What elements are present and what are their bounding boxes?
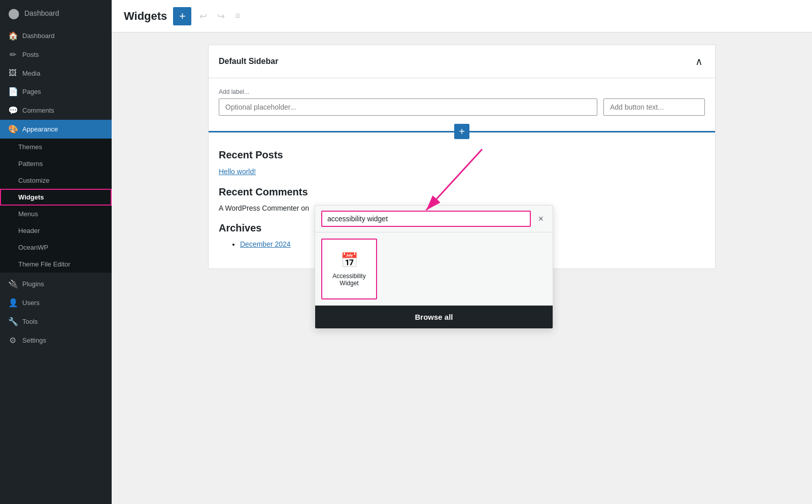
sidebar-label-dashboard: Dashboard [22, 32, 55, 40]
main-area: Widgets + ↩ ↪ ≡ Default Sidebar ∧ Add la… [112, 0, 812, 504]
add-block-divider: + [209, 124, 715, 139]
divider-line-right [469, 131, 715, 132]
sidebar-label-plugins: Plugins [22, 280, 44, 288]
dashboard-icon: 🏠 [8, 31, 17, 41]
sidebar-label-media: Media [22, 70, 40, 77]
accessibility-widget-card[interactable]: 📅 Accessibility Widget [321, 239, 377, 299]
add-block-button[interactable]: + [454, 124, 469, 139]
recent-posts-link[interactable]: Hello world! [219, 167, 256, 176]
label-text: Add label... [219, 88, 705, 95]
sidebar-item-comments[interactable]: 💬 Comments [0, 101, 112, 120]
settings-icon: ⚙ [8, 335, 17, 345]
sidebar-label-menus: Menus [18, 210, 38, 218]
sidebar-item-widgets[interactable]: Widgets [0, 189, 112, 206]
sidebar-item-themes[interactable]: Themes [0, 139, 112, 155]
users-icon: 👤 [8, 298, 17, 308]
plugins-icon: 🔌 [8, 279, 17, 289]
panel-header: Default Sidebar ∧ [209, 45, 715, 78]
recent-posts-section: Recent Posts Hello world! [219, 149, 705, 176]
comments-icon: 💬 [8, 106, 17, 115]
undo-icon: ↩ [199, 11, 207, 21]
sidebar-label-tools: Tools [22, 318, 38, 325]
placeholder-input[interactable] [219, 98, 597, 116]
appearance-icon: 🎨 [8, 124, 17, 134]
button-text-input[interactable] [603, 98, 705, 116]
sidebar-label-theme-file-editor: Theme File Editor [18, 260, 71, 268]
divider-line-left [209, 131, 454, 132]
tools-icon: 🔧 [8, 317, 17, 326]
sidebar-label-users: Users [22, 299, 40, 307]
recent-posts-heading: Recent Posts [219, 149, 705, 161]
sidebar-item-pages[interactable]: 📄 Pages [0, 82, 112, 101]
sidebar-item-media[interactable]: 🖼 Media [0, 64, 112, 82]
sidebar-label-header: Header [18, 227, 40, 234]
sidebar-item-header[interactable]: Header [0, 222, 112, 239]
page-title: Widgets [124, 10, 167, 23]
add-widget-button[interactable]: + [173, 7, 191, 25]
topbar: Widgets + ↩ ↪ ≡ [112, 0, 812, 32]
media-icon: 🖼 [8, 69, 17, 78]
sidebar-item-posts[interactable]: ✏ Posts [0, 45, 112, 64]
dropdown-results: 📅 Accessibility Widget [315, 232, 553, 306]
redo-button[interactable]: ↪ [215, 9, 227, 24]
pages-icon: 📄 [8, 87, 17, 96]
sidebar-label-settings: Settings [22, 337, 46, 344]
sidebar-item-plugins[interactable]: 🔌 Plugins [0, 275, 112, 293]
menu-icon: ≡ [235, 11, 241, 21]
appearance-submenu: Themes Patterns Customize Widgets Menus … [0, 139, 112, 273]
posts-icon: ✏ [8, 50, 17, 59]
sidebar-label-customize: Customize [18, 177, 49, 184]
options-menu-button[interactable]: ≡ [233, 9, 243, 23]
collapse-panel-button[interactable]: ∧ [693, 53, 705, 70]
browse-all-label: Browse all [415, 313, 453, 321]
dropdown-close-button[interactable]: × [535, 213, 547, 225]
content-area: Default Sidebar ∧ Add label... + [112, 32, 812, 504]
accessibility-widget-icon: 📅 [341, 252, 358, 268]
sidebar-item-appearance[interactable]: 🎨 Appearance [0, 120, 112, 139]
redo-icon: ↪ [217, 11, 225, 21]
sidebar-label-comments: Comments [22, 107, 54, 114]
sidebar-label-posts: Posts [22, 51, 39, 58]
sidebar-label-themes: Themes [18, 143, 42, 151]
sidebar-item-menus[interactable]: Menus [0, 206, 112, 222]
sidebar-label-oceanwp: OceanWP [18, 244, 48, 251]
widget-search-input[interactable] [321, 211, 531, 227]
widget-search-dropdown: × 📅 Accessibility Widget Browse all [315, 205, 553, 329]
search-row [219, 98, 705, 116]
sidebar-label-patterns: Patterns [18, 160, 43, 167]
sidebar-item-theme-file-editor[interactable]: Theme File Editor [0, 256, 112, 273]
sidebar: ⬤ Dashboard 🏠 Dashboard ✏ Posts 🖼 Media … [0, 0, 112, 504]
sidebar-item-settings[interactable]: ⚙ Settings [0, 331, 112, 350]
panel-title: Default Sidebar [219, 57, 278, 66]
dropdown-search-row: × [315, 206, 553, 232]
sidebar-logo[interactable]: ⬤ Dashboard [0, 0, 112, 26]
recent-comments-heading: Recent Comments [219, 186, 705, 198]
archives-link[interactable]: December 2024 [240, 240, 291, 248]
sidebar-label-widgets: Widgets [18, 193, 44, 201]
browse-all-button[interactable]: Browse all [315, 306, 553, 328]
sidebar-item-tools[interactable]: 🔧 Tools [0, 312, 112, 331]
dashboard-label: Dashboard [24, 9, 59, 17]
wp-logo-icon: ⬤ [8, 7, 19, 19]
undo-button[interactable]: ↩ [197, 9, 209, 24]
sidebar-item-oceanwp[interactable]: OceanWP [0, 239, 112, 256]
sidebar-item-users[interactable]: 👤 Users [0, 293, 112, 312]
sidebar-item-dashboard[interactable]: 🏠 Dashboard [0, 26, 112, 45]
accessibility-widget-label: Accessibility Widget [326, 273, 372, 287]
sidebar-label-appearance: Appearance [22, 125, 58, 133]
sidebar-label-pages: Pages [22, 88, 41, 95]
sidebar-item-customize[interactable]: Customize [0, 172, 112, 189]
sidebar-item-patterns[interactable]: Patterns [0, 155, 112, 172]
